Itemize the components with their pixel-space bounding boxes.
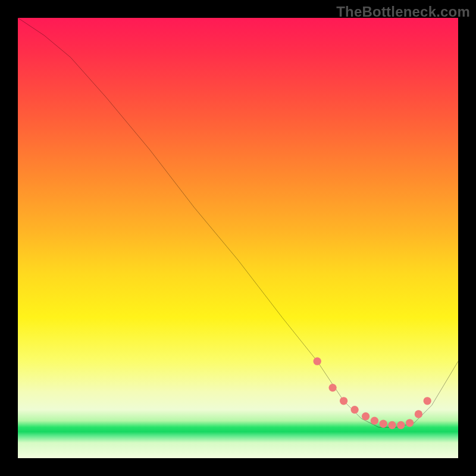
bottleneck-curve xyxy=(18,18,458,427)
curve-marker xyxy=(406,419,414,427)
curve-layer xyxy=(18,18,458,458)
plot-area xyxy=(18,18,458,458)
watermark-text: TheBottleneck.com xyxy=(336,4,470,20)
curve-marker xyxy=(380,420,387,428)
curve-marker xyxy=(371,416,378,424)
curve-marker xyxy=(328,384,336,392)
curve-marker xyxy=(388,421,396,429)
curve-marker xyxy=(397,421,405,429)
curve-marker xyxy=(415,410,422,418)
curve-marker xyxy=(362,412,369,420)
curve-marker xyxy=(340,397,347,405)
chart-frame: TheBottleneck.com xyxy=(0,0,476,476)
curve-marker xyxy=(424,397,431,405)
curve-marker xyxy=(314,358,321,365)
curve-marker xyxy=(350,406,358,414)
curve-markers xyxy=(314,358,431,430)
